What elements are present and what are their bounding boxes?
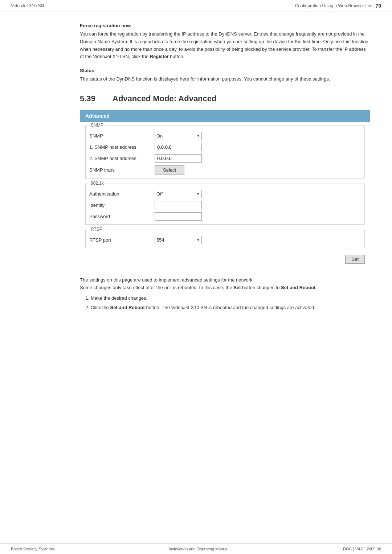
header-center: Configuration Using a Web Browser | en (295, 3, 373, 8)
page-number: 79 (375, 3, 381, 9)
password-input (155, 212, 202, 221)
set-button[interactable]: Set (345, 255, 365, 264)
footer: Bosch Security Systems Installation and … (0, 543, 392, 554)
rtsp-port-input: 554 ▼ (155, 236, 202, 244)
below-text-2-end: . (315, 285, 317, 290)
list-item-2-end: button. The VideoJet X10 SN is rebooted … (145, 305, 315, 310)
list-item-1: Make the desired changes. (91, 295, 370, 302)
snmp-select-arrow: ▼ (196, 134, 200, 138)
snmp-select-value: On (156, 133, 163, 139)
list-item-2-pre: Click the (91, 305, 110, 310)
below-text-1: The settings on this page are used to im… (80, 276, 370, 284)
auth-input: Off ▼ (155, 190, 202, 198)
snmp-host1-field[interactable] (155, 143, 202, 151)
dot1x-group-label: 802.1x (89, 181, 105, 186)
below-text-2-mid: button changes to (241, 285, 281, 290)
identity-label: Identity (89, 202, 155, 208)
status-heading: Status (80, 68, 370, 73)
snmp-host1-label: 1. SNMP host address (89, 144, 155, 150)
status-section: Status The status of the DynDNS function… (80, 68, 370, 83)
auth-select-arrow: ▼ (196, 192, 200, 196)
snmp-group: SNMP SNMP On ▼ 1. SNMP host address (85, 126, 365, 178)
password-field[interactable] (155, 212, 202, 221)
identity-input (155, 201, 202, 209)
snmp-traps-input: Select (155, 165, 184, 175)
rtsp-port-label: RTSP port (89, 237, 155, 243)
snmp-traps-select-button[interactable]: Select (155, 165, 184, 175)
below-text-2-pre: Some changes only take effect after the … (80, 285, 233, 290)
chapter-number: 5.39 (80, 94, 102, 103)
header-left: VideoJet X10 SN (11, 3, 44, 8)
panel-header: Advanced (80, 110, 370, 122)
password-label: Password (89, 214, 155, 219)
footer-left: Bosch Security Systems (11, 547, 54, 551)
force-registration-body: You can force the registration by transf… (80, 30, 370, 61)
snmp-host2-label: 2. SNMP host address (89, 156, 155, 161)
set-row: Set (85, 253, 365, 264)
rtsp-port-select[interactable]: 554 ▼ (155, 236, 202, 244)
rtsp-port-value: 554 (156, 237, 164, 243)
force-registration-bold: Register (150, 54, 169, 59)
footer-right: DOC | V4.0 | 2009.06 (343, 547, 381, 551)
rtsp-port-row: RTSP port 554 ▼ (89, 236, 361, 244)
panel-body: SNMP SNMP On ▼ 1. SNMP host address (80, 122, 370, 269)
list-item-1-text: Make the desired changes. (91, 295, 147, 301)
rtsp-group: RTSP RTSP port 554 ▼ (85, 230, 365, 248)
snmp-host2-input (155, 154, 202, 163)
snmp-row: SNMP On ▼ (89, 132, 361, 140)
snmp-input: On ▼ (155, 132, 202, 140)
force-registration-text1: You can force the registration by transf… (80, 31, 368, 59)
auth-select[interactable]: Off ▼ (155, 190, 202, 198)
instructions-list: Make the desired changes. Click the Set … (91, 295, 370, 312)
force-registration-heading: Force registration now (80, 23, 370, 28)
force-registration-section: Force registration now You can force the… (80, 23, 370, 61)
snmp-host1-input (155, 143, 202, 151)
chapter-title: Advanced Mode: Advanced (113, 94, 216, 103)
force-registration-text2: button. (169, 54, 184, 59)
footer-center: Installation and Operating Manual (169, 547, 229, 551)
snmp-select[interactable]: On ▼ (155, 132, 202, 140)
main-content: Force registration now You can force the… (0, 12, 392, 326)
auth-label: Authentication (89, 191, 155, 197)
password-row: Password (89, 212, 361, 221)
list-item-2-bold: Set and Reboot (110, 305, 144, 310)
advanced-panel: Advanced SNMP SNMP On ▼ 1. SN (80, 110, 370, 269)
below-text-2-bold2: Set and Reboot (281, 285, 315, 290)
chapter-heading-row: 5.39 Advanced Mode: Advanced (80, 94, 370, 103)
below-text-2: Some changes only take effect after the … (80, 284, 370, 292)
rtsp-port-arrow: ▼ (196, 238, 200, 242)
snmp-host2-field[interactable] (155, 154, 202, 163)
snmp-traps-label: SNMP traps (89, 167, 155, 173)
auth-select-value: Off (156, 191, 163, 197)
status-body: The status of the DynDNS function is dis… (80, 75, 370, 83)
below-panel-text: The settings on this page are used to im… (80, 276, 370, 312)
snmp-label: SNMP (89, 133, 155, 139)
snmp-group-label: SNMP (89, 123, 105, 128)
snmp-traps-row: SNMP traps Select (89, 165, 361, 175)
rtsp-group-label: RTSP (89, 227, 104, 232)
header: VideoJet X10 SN Configuration Using a We… (0, 0, 392, 12)
identity-row: Identity (89, 201, 361, 209)
list-item-2: Click the Set and Reboot button. The Vid… (91, 304, 370, 312)
auth-row: Authentication Off ▼ (89, 190, 361, 198)
snmp-host2-row: 2. SNMP host address (89, 154, 361, 163)
header-right: Configuration Using a Web Browser | en 7… (295, 3, 381, 9)
below-text-2-bold: Set (233, 285, 241, 290)
snmp-host1-row: 1. SNMP host address (89, 143, 361, 151)
identity-field[interactable] (155, 201, 202, 209)
dot1x-group: 802.1x Authentication Off ▼ Identity (85, 184, 365, 225)
